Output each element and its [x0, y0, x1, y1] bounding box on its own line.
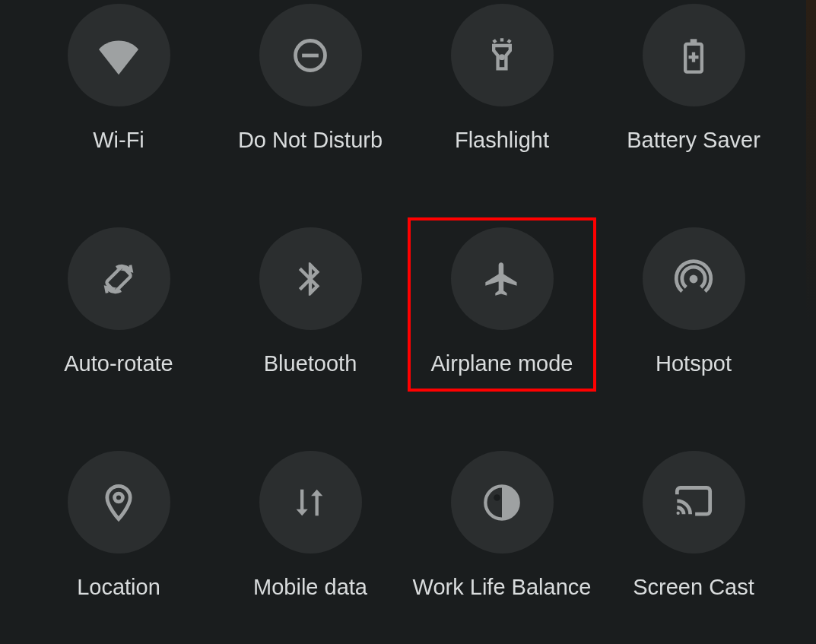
- tiles-grid: Wi-Fi Do Not Disturb: [23, 4, 783, 600]
- tile-battery-saver-label: Battery Saver: [627, 128, 760, 153]
- hotspot-icon: [674, 259, 713, 299]
- screen-cast-icon: [674, 483, 713, 522]
- tile-hotspot-label: Hotspot: [656, 351, 732, 376]
- tile-screen-cast[interactable]: Screen Cast: [598, 451, 789, 600]
- tile-flashlight-circle: [451, 4, 554, 106]
- svg-point-11: [690, 274, 698, 283]
- tile-mobile-data-label: Mobile data: [253, 575, 367, 600]
- svg-point-15: [676, 511, 679, 514]
- svg-rect-7: [691, 39, 697, 44]
- location-icon: [99, 483, 138, 522]
- svg-line-4: [508, 40, 510, 43]
- dnd-icon: [291, 36, 330, 75]
- tile-mobile-data[interactable]: Mobile data: [214, 451, 406, 600]
- mobile-data-icon: [291, 483, 330, 522]
- tile-airplane-mode[interactable]: Airplane mode: [406, 227, 598, 376]
- tile-location-circle: [68, 451, 170, 554]
- tile-bluetooth-label: Bluetooth: [264, 351, 357, 376]
- svg-point-5: [500, 56, 503, 58]
- work-life-balance-icon: [482, 483, 522, 522]
- tile-screen-cast-label: Screen Cast: [633, 575, 754, 600]
- tile-flashlight[interactable]: Flashlight: [406, 4, 598, 153]
- bluetooth-icon: [291, 259, 330, 299]
- tile-battery-saver[interactable]: Battery Saver: [598, 4, 789, 153]
- tile-wifi-circle: [68, 4, 170, 106]
- flashlight-icon: [482, 36, 522, 75]
- tile-airplane-mode-circle: [451, 227, 554, 330]
- tile-wifi[interactable]: Wi-Fi: [23, 4, 214, 153]
- svg-line-3: [494, 40, 496, 43]
- tile-bluetooth-circle: [259, 227, 362, 330]
- tile-location[interactable]: Location: [23, 451, 214, 600]
- tile-mobile-data-circle: [259, 451, 362, 554]
- tile-work-life-balance[interactable]: Work Life Balance: [406, 451, 598, 600]
- tile-dnd-circle: [259, 4, 362, 106]
- tile-location-label: Location: [77, 575, 160, 600]
- wifi-icon: [99, 36, 138, 75]
- tile-screen-cast-circle: [643, 451, 745, 554]
- tile-auto-rotate-circle: [68, 227, 170, 330]
- svg-point-12: [115, 493, 123, 502]
- tile-dnd-label: Do Not Disturb: [238, 128, 383, 153]
- tile-wifi-label: Wi-Fi: [93, 128, 144, 153]
- tile-auto-rotate[interactable]: Auto-rotate: [23, 227, 214, 376]
- tile-work-life-balance-label: Work Life Balance: [413, 575, 592, 600]
- tile-hotspot[interactable]: Hotspot: [598, 227, 789, 376]
- battery-saver-icon: [674, 36, 713, 75]
- tile-hotspot-circle: [643, 227, 745, 330]
- tile-bluetooth[interactable]: Bluetooth: [214, 227, 406, 376]
- right-edge-strip: [806, 0, 816, 644]
- airplane-icon: [482, 259, 522, 299]
- tile-flashlight-label: Flashlight: [455, 128, 549, 153]
- auto-rotate-icon: [99, 259, 138, 299]
- tile-work-life-balance-circle: [451, 451, 554, 554]
- tile-battery-saver-circle: [643, 4, 745, 106]
- tile-auto-rotate-label: Auto-rotate: [64, 351, 173, 376]
- tile-airplane-mode-label: Airplane mode: [431, 351, 573, 376]
- quick-settings-panel: Wi-Fi Do Not Disturb: [0, 0, 806, 644]
- svg-point-14: [494, 494, 500, 501]
- tile-dnd[interactable]: Do Not Disturb: [214, 4, 406, 153]
